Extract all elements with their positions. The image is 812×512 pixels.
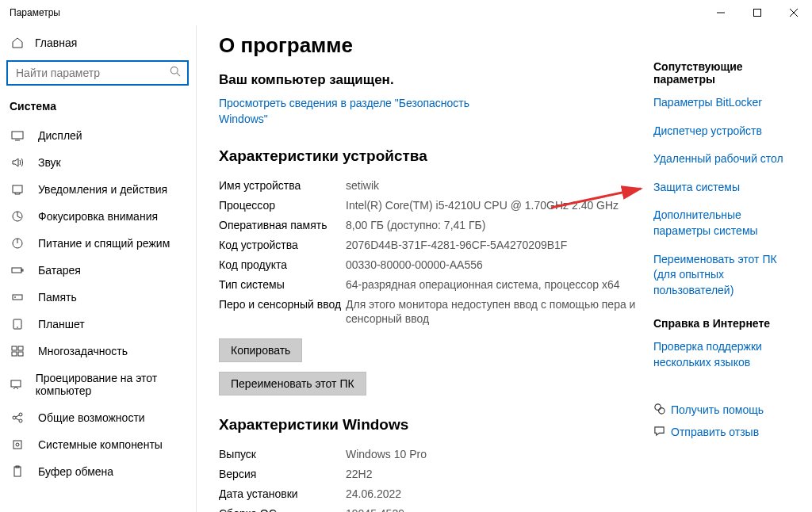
svg-rect-18 bbox=[18, 346, 23, 350]
svg-line-5 bbox=[177, 73, 180, 76]
spec-value: 22H2 bbox=[346, 467, 638, 482]
window-title: Параметры bbox=[10, 7, 60, 18]
svg-rect-19 bbox=[12, 352, 17, 356]
sidebar: Главная Система Дисплей Звук Уведомления… bbox=[0, 25, 197, 512]
feedback-link[interactable]: Отправить отзыв bbox=[653, 425, 801, 439]
svg-point-24 bbox=[19, 419, 22, 422]
copy-button[interactable]: Копировать bbox=[219, 338, 302, 362]
maximize-button[interactable] bbox=[739, 0, 776, 25]
shared-icon bbox=[10, 411, 25, 424]
svg-rect-11 bbox=[12, 268, 21, 273]
rename-pc-button[interactable]: Переименовать этот ПК bbox=[219, 372, 366, 395]
spec-label: Процессор bbox=[219, 198, 346, 213]
spec-value: 24.06.2022 bbox=[346, 487, 638, 502]
spec-row: ВыпускWindows 10 Pro bbox=[219, 445, 638, 464]
svg-point-14 bbox=[15, 297, 16, 298]
sidebar-item-tablet[interactable]: Планшет bbox=[0, 311, 196, 338]
sidebar-item-label: Фокусировка внимания bbox=[38, 210, 158, 223]
svg-rect-6 bbox=[12, 132, 23, 139]
related-link-device-manager[interactable]: Диспетчер устройств bbox=[653, 124, 801, 139]
sound-icon bbox=[10, 156, 25, 169]
svg-rect-27 bbox=[13, 441, 21, 449]
security-link[interactable]: Просмотреть сведения в разделе "Безопасн… bbox=[219, 96, 488, 127]
spec-row: Дата установки24.06.2022 bbox=[219, 484, 638, 504]
spec-label: Код продукта bbox=[219, 258, 346, 273]
sidebar-item-notifications[interactable]: Уведомления и действия bbox=[0, 176, 196, 203]
sidebar-item-storage[interactable]: Память bbox=[0, 284, 196, 311]
display-icon bbox=[10, 129, 25, 142]
sidebar-item-label: Многозадачность bbox=[38, 345, 128, 357]
components-icon bbox=[10, 438, 25, 451]
sidebar-item-label: Планшет bbox=[38, 318, 85, 331]
svg-point-31 bbox=[655, 403, 661, 410]
related-link-remote-desktop[interactable]: Удаленный рабочий стол bbox=[653, 151, 801, 167]
search-input-wrap[interactable] bbox=[6, 60, 189, 86]
minimize-button[interactable] bbox=[703, 0, 739, 25]
svg-line-26 bbox=[16, 418, 19, 420]
svg-rect-1 bbox=[754, 10, 761, 17]
close-button[interactable] bbox=[776, 0, 812, 25]
windows-specs-header: Характеристики Windows bbox=[219, 416, 638, 434]
spec-row: Код устройства2076D44B-371F-4281-96CF-5A… bbox=[219, 235, 638, 255]
sidebar-item-shared[interactable]: Общие возможности bbox=[0, 404, 196, 431]
svg-rect-21 bbox=[11, 380, 21, 387]
help-link-languages[interactable]: Проверка поддержки нескольких языков bbox=[653, 339, 801, 370]
spec-value: Intel(R) Core(TM) i5-4210U CPU @ 1.70GHz… bbox=[346, 198, 638, 213]
spec-value: 2076D44B-371F-4281-96CF-5A4270209B1F bbox=[346, 238, 638, 253]
sidebar-item-sound[interactable]: Звук bbox=[0, 149, 196, 176]
spec-row: Оперативная память8,00 ГБ (доступно: 7,4… bbox=[219, 216, 638, 235]
spec-row: Имя устройстваsetiwik bbox=[219, 176, 638, 196]
spec-value: Windows 10 Pro bbox=[346, 447, 638, 462]
sidebar-item-projecting[interactable]: Проецирование на этот компьютер bbox=[0, 365, 196, 404]
feedback-label: Отправить отзыв bbox=[671, 426, 759, 438]
windows-specs-table: ВыпускWindows 10 ProВерсия22H2Дата устан… bbox=[219, 445, 638, 512]
spec-label: Дата установки bbox=[219, 487, 346, 502]
get-help-link[interactable]: Получить помощь bbox=[653, 403, 801, 417]
related-link-rename-advanced[interactable]: Переименовать этот ПК (для опытных польз… bbox=[653, 252, 801, 299]
sidebar-item-display[interactable]: Дисплей bbox=[0, 122, 196, 149]
spec-label: Версия bbox=[219, 467, 346, 482]
sidebar-item-label: Буфер обмена bbox=[38, 465, 113, 478]
titlebar: Параметры bbox=[0, 0, 812, 25]
related-link-bitlocker[interactable]: Параметры BitLocker bbox=[653, 95, 801, 111]
multitask-icon bbox=[10, 345, 25, 357]
search-icon bbox=[170, 66, 181, 80]
sidebar-item-label: Общие возможности bbox=[38, 411, 145, 424]
spec-label: Перо и сенсорный ввод bbox=[219, 297, 346, 327]
notifications-icon bbox=[10, 183, 25, 196]
focus-icon bbox=[10, 210, 25, 223]
sidebar-item-power[interactable]: Питание и спящий режим bbox=[0, 230, 196, 257]
device-specs-table: Имя устройстваsetiwikПроцессорIntel(R) C… bbox=[219, 176, 638, 329]
sidebar-item-label: Уведомления и действия bbox=[38, 183, 167, 196]
sidebar-home[interactable]: Главная bbox=[0, 30, 196, 55]
related-header: Сопутствующие параметры bbox=[653, 60, 801, 86]
spec-row: Сборка ОС19045.4529 bbox=[219, 504, 638, 512]
spec-label: Тип системы bbox=[219, 277, 346, 292]
spec-row: Перо и сенсорный вводДля этого монитора … bbox=[219, 295, 638, 330]
spec-value: 8,00 ГБ (доступно: 7,41 ГБ) bbox=[346, 218, 638, 233]
sidebar-item-label: Питание и спящий режим bbox=[38, 237, 170, 250]
projecting-icon bbox=[10, 378, 23, 391]
sidebar-item-components[interactable]: Системные компоненты bbox=[0, 431, 196, 458]
sidebar-item-multitask[interactable]: Многозадачность bbox=[0, 338, 196, 365]
related-link-system-protection[interactable]: Защита системы bbox=[653, 180, 801, 196]
sidebar-item-battery[interactable]: Батарея bbox=[0, 257, 196, 284]
feedback-icon bbox=[653, 425, 671, 439]
sidebar-item-focus[interactable]: Фокусировка внимания bbox=[0, 203, 196, 230]
spec-value: setiwik bbox=[346, 178, 638, 193]
get-help-label: Получить помощь bbox=[671, 403, 764, 416]
spec-value: Для этого монитора недоступен ввод с пом… bbox=[346, 297, 638, 327]
sidebar-item-label: Дисплей bbox=[38, 129, 82, 142]
svg-rect-29 bbox=[14, 467, 21, 476]
svg-point-32 bbox=[659, 407, 665, 414]
related-link-advanced-system[interactable]: Дополнительные параметры системы bbox=[653, 208, 801, 239]
spec-value: 19045.4529 bbox=[346, 506, 638, 512]
search-input[interactable] bbox=[14, 66, 170, 80]
sidebar-item-clipboard[interactable]: Буфер обмена bbox=[0, 458, 196, 485]
svg-rect-20 bbox=[18, 352, 23, 356]
main-content: О программе Ваш компьютер защищен. Просм… bbox=[219, 30, 653, 512]
spec-label: Код устройства bbox=[219, 238, 346, 253]
svg-point-23 bbox=[19, 413, 22, 416]
svg-point-22 bbox=[13, 416, 16, 419]
spec-row: Версия22H2 bbox=[219, 464, 638, 484]
